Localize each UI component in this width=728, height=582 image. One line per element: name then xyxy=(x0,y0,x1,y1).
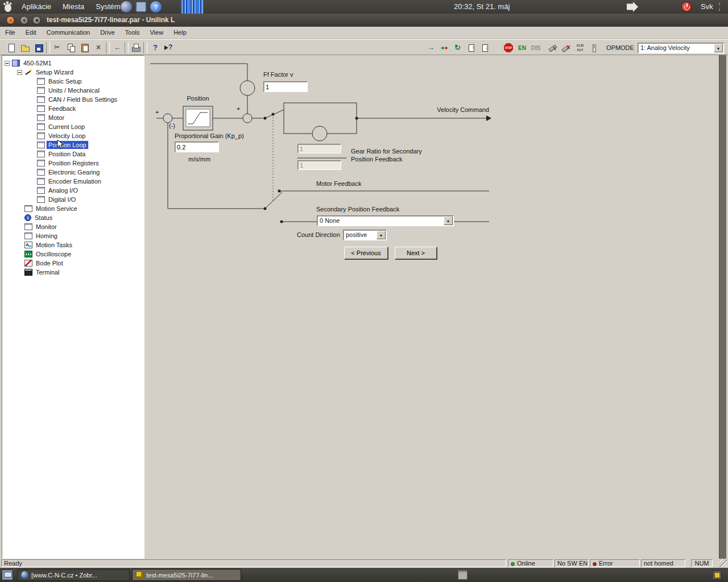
tree-item-motion-service[interactable]: Motion Service xyxy=(2,204,144,213)
about-button[interactable] xyxy=(148,41,162,55)
load-from-drive-button[interactable] xyxy=(465,41,478,55)
menu-help[interactable]: Help xyxy=(168,27,192,39)
tree-item-position-loop[interactable]: Position Loop xyxy=(2,140,144,149)
cut-button[interactable] xyxy=(51,41,64,55)
clock[interactable]: 20:32, St 21. máj xyxy=(454,0,510,14)
tree-item-terminal[interactable]: Terminal xyxy=(2,268,144,277)
opmode-select[interactable]: 1: Analog Velocity xyxy=(638,43,724,53)
menu-drive[interactable]: Drive xyxy=(95,27,120,39)
chevron-down-icon[interactable] xyxy=(714,44,723,52)
disable-button[interactable]: DIS xyxy=(529,41,543,55)
menu-view[interactable]: View xyxy=(144,27,168,39)
terminal-icon xyxy=(24,269,32,276)
open-button[interactable] xyxy=(18,41,32,55)
task-www-c-n-c-cz-zobr[interactable]: [www.C-N-C.cz • Zobr... xyxy=(17,569,130,581)
tree-item-label: Status xyxy=(33,214,54,222)
tree-item-motion-tasks[interactable]: Motion Tasks xyxy=(2,240,144,250)
tree-item-homing[interactable]: Homing xyxy=(2,231,144,240)
task-test-mesa5i25-7i77-lin[interactable]: test-mesa5i25-7i77-lin... xyxy=(132,569,241,581)
send-to-drive-button[interactable] xyxy=(424,41,437,55)
tree-item-encoder-emulation[interactable]: Encoder Emulation xyxy=(2,177,144,186)
software-stop-button[interactable] xyxy=(502,41,515,55)
tray-icon[interactable] xyxy=(458,570,468,580)
chevron-down-icon[interactable] xyxy=(377,231,386,239)
shade-button[interactable]: ▾ xyxy=(20,16,28,24)
ff-factor-input[interactable] xyxy=(263,81,308,92)
tree-item-analog-i-o[interactable]: Analog I/O xyxy=(2,186,144,195)
titlebar[interactable]: × ▾ test-mesa5i25-7i77-linear.par - Unil… xyxy=(0,14,728,27)
menu-file[interactable]: File xyxy=(0,27,20,39)
bode-icon xyxy=(24,260,32,267)
tree-item-velocity-loop[interactable]: Velocity Loop xyxy=(2,131,144,140)
tree-item-label: Current Loop xyxy=(47,123,86,131)
context-help-button[interactable] xyxy=(162,41,175,55)
copy-button[interactable] xyxy=(64,41,78,55)
resize-grip[interactable] xyxy=(719,559,727,567)
close-button[interactable]: × xyxy=(6,16,15,24)
tree-item-status[interactable]: Status xyxy=(2,213,144,222)
keyboard-indicator-icon[interactable]: ↑↓ xyxy=(714,2,725,12)
paste-icon xyxy=(80,43,89,52)
tree-item-basic-setup[interactable]: Basic Setup xyxy=(2,77,144,86)
tree-item-label: Position Data xyxy=(47,150,87,158)
print-button[interactable] xyxy=(129,41,143,55)
tree-item-position-data[interactable]: Position Data xyxy=(2,149,144,159)
tree-item-450-52m1[interactable]: 450-52M1 xyxy=(2,59,144,68)
tree-item-digital-i-o[interactable]: Digital I/O xyxy=(2,195,144,204)
tree-item-feedback[interactable]: Feedback xyxy=(2,104,144,113)
compare-button[interactable] xyxy=(437,41,451,55)
hw-tools-button[interactable] xyxy=(546,41,560,55)
show-desktop-icon[interactable] xyxy=(2,569,13,580)
gnome-menu-aplik-cie[interactable]: Aplikácie xyxy=(16,0,57,14)
remote-desktop-icon[interactable] xyxy=(135,1,147,13)
tree-item-setup-wizard[interactable]: Setup Wizard xyxy=(2,68,144,77)
tree-item-electronic-gearing[interactable]: Electronic Gearing xyxy=(2,168,144,177)
toolbar-separator xyxy=(106,42,110,53)
power-button[interactable] xyxy=(681,2,692,12)
menu-tools[interactable]: Tools xyxy=(120,27,145,39)
session-indicator-icon[interactable] xyxy=(627,2,638,12)
menu-communication[interactable]: Communication xyxy=(42,27,95,39)
secondary-feedback-select[interactable]: 0 None xyxy=(317,215,454,226)
save-to-drive-button[interactable] xyxy=(478,41,492,55)
gnome-menu-miesta[interactable]: Miesta xyxy=(57,0,90,14)
tree-item-oscilloscope[interactable]: Oscilloscope xyxy=(2,250,144,259)
menu-edit[interactable]: Edit xyxy=(20,27,42,39)
tree-item-bode-plot[interactable]: Bode Plot xyxy=(2,259,144,268)
form-icon xyxy=(37,196,45,203)
chevron-down-icon[interactable] xyxy=(444,217,453,225)
tree-item-motor[interactable]: Motor xyxy=(2,113,144,122)
help-icon[interactable]: ? xyxy=(150,1,162,13)
clear-fault-button[interactable] xyxy=(573,41,587,55)
paste-button[interactable] xyxy=(78,41,92,55)
gnome-foot-icon[interactable] xyxy=(2,0,15,14)
tree-item-can-field-bus-settings[interactable]: CAN / Field Bus Settings xyxy=(2,95,144,104)
tray-icon-2[interactable] xyxy=(712,570,722,580)
resync-icon xyxy=(453,43,462,52)
tree-item-label: Motion Service xyxy=(34,205,79,213)
expander-minus-icon[interactable] xyxy=(17,70,22,75)
sum-minus-label: (-) xyxy=(169,122,175,129)
delete-button[interactable] xyxy=(92,41,105,55)
undo-button[interactable] xyxy=(110,41,124,55)
new-button[interactable] xyxy=(5,41,18,55)
count-direction-select[interactable]: positive xyxy=(343,230,387,240)
tree-item-current-loop[interactable]: Current Loop xyxy=(2,122,144,131)
browser-launcher-icon[interactable] xyxy=(121,1,132,13)
previous-button[interactable]: < Previous xyxy=(344,247,388,259)
keyboard-layout-label[interactable]: Svk xyxy=(701,0,713,14)
vertical-scrollbar[interactable] xyxy=(719,55,726,559)
monitor-tool-button[interactable] xyxy=(587,41,601,55)
prop-gain-input[interactable] xyxy=(175,142,219,152)
expander-minus-icon[interactable] xyxy=(5,61,10,66)
save-button[interactable] xyxy=(32,41,46,55)
tree-item-monitor[interactable]: Monitor xyxy=(2,222,144,231)
resync-button[interactable] xyxy=(451,41,465,55)
next-button[interactable]: Next > xyxy=(395,247,437,259)
hw-tools-x-button[interactable] xyxy=(560,41,573,55)
tree-item-position-registers[interactable]: Position Registers xyxy=(2,159,144,168)
tree-item-units-mechanical[interactable]: Units / Mechanical xyxy=(2,86,144,95)
window-menu-button[interactable] xyxy=(32,16,41,24)
enable-button[interactable]: EN xyxy=(515,41,529,55)
status-ready: Ready xyxy=(1,559,506,567)
